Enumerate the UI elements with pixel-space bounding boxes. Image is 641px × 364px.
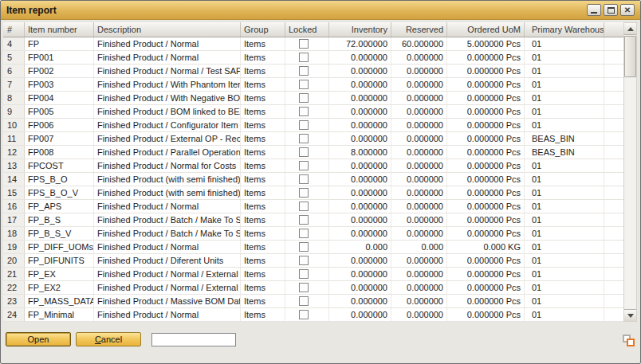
locked-checkbox[interactable]: [299, 215, 309, 225]
cell-row-number[interactable]: 13: [3, 159, 25, 172]
locked-checkbox[interactable]: [299, 296, 309, 306]
cell-reserved[interactable]: 0.000000: [391, 159, 447, 172]
table-row[interactable]: 16 FP_APS Finished Product / Normal Item…: [3, 200, 623, 213]
cell-warehouse[interactable]: 01: [525, 227, 604, 240]
cell-warehouse[interactable]: 01: [525, 37, 604, 50]
cell-inventory[interactable]: 0.000000: [329, 213, 391, 226]
cell-item-number[interactable]: FPS_B_O: [25, 173, 94, 186]
cell-description[interactable]: Finished Product / Configurator Item: [94, 119, 241, 131]
cell-item-number[interactable]: FP008: [25, 146, 94, 159]
table-row[interactable]: 11 FP007 Finished Product / External OP …: [3, 132, 623, 146]
table-row[interactable]: 24 FP_Minimal Finished Product / Normal …: [3, 308, 623, 322]
cell-ordered-uom[interactable]: 5.000000 Pcs: [447, 37, 525, 50]
cell-description[interactable]: Finished Product / With Phantom Item: [94, 78, 241, 91]
table-row[interactable]: 15 FPS_B_O_V Finished Product (with semi…: [3, 186, 623, 200]
cell-warehouse[interactable]: BEAS_BIN: [525, 132, 604, 145]
cell-item-number[interactable]: FP_APS: [25, 200, 94, 213]
table-row[interactable]: 4 FP Finished Product / Normal Items 72.…: [3, 37, 623, 51]
col-header-primary-warehouse[interactable]: Primary Warehouse: [525, 22, 604, 37]
table-row[interactable]: 18 FP_B_S_V Finished Product / Batch / M…: [3, 227, 623, 241]
cell-reserved[interactable]: 0.000000: [391, 173, 447, 186]
table-row[interactable]: 13 FPCOST Finished Product / Normal for …: [3, 159, 623, 173]
cell-reserved[interactable]: 0.000000: [391, 132, 447, 145]
locked-checkbox[interactable]: [299, 269, 309, 279]
cell-warehouse[interactable]: 01: [525, 281, 604, 294]
locked-checkbox[interactable]: [299, 39, 309, 49]
cell-inventory[interactable]: 0.000000: [329, 186, 391, 199]
table-row[interactable]: 6 FP002 Finished Product / Normal / Test…: [3, 65, 623, 78]
cell-reserved[interactable]: 0.000000: [391, 119, 447, 131]
cell-row-number[interactable]: 24: [3, 308, 25, 321]
cell-item-number[interactable]: FP006: [25, 119, 94, 131]
cell-warehouse[interactable]: 01: [525, 51, 604, 64]
cell-row-number[interactable]: 17: [3, 213, 25, 226]
cell-row-number[interactable]: 5: [3, 51, 25, 64]
table-row[interactable]: 9 FP005 Finished Product / BOM linked to…: [3, 105, 623, 119]
locked-checkbox[interactable]: [299, 53, 309, 62]
cell-group[interactable]: Items: [241, 213, 285, 226]
cell-inventory[interactable]: 0.000000: [329, 200, 391, 213]
cell-row-number[interactable]: 22: [3, 281, 25, 294]
cell-description[interactable]: Finished Product / Normal: [94, 200, 241, 213]
cell-description[interactable]: Finished Product / With Negative BOM: [94, 92, 241, 104]
col-header-description[interactable]: Description: [94, 22, 241, 37]
cell-row-number[interactable]: 6: [3, 65, 25, 77]
cell-ordered-uom[interactable]: 0.000000 Pcs: [447, 105, 525, 118]
scroll-thumb[interactable]: [624, 36, 636, 77]
cell-inventory[interactable]: 0.000: [329, 241, 391, 253]
cell-ordered-uom[interactable]: 0.000000 Pcs: [447, 78, 525, 91]
cell-row-number[interactable]: 12: [3, 146, 25, 159]
cell-item-number[interactable]: FP_DIFUNITS: [25, 254, 94, 267]
table-row[interactable]: 22 FP_EX2 Finished Product / Normal / Ex…: [3, 281, 623, 295]
locked-checkbox[interactable]: [299, 229, 309, 238]
locked-checkbox[interactable]: [299, 202, 309, 211]
cell-ordered-uom[interactable]: 0.000000 Pcs: [447, 268, 525, 280]
cell-inventory[interactable]: 0.000000: [329, 173, 391, 186]
cell-group[interactable]: Items: [241, 200, 285, 213]
cell-description[interactable]: Finished Product / Normal: [94, 241, 241, 253]
cell-description[interactable]: Finished Product / Normal / External OP: [94, 281, 241, 294]
cell-group[interactable]: Items: [241, 227, 285, 240]
cell-warehouse[interactable]: 01: [525, 241, 604, 253]
cell-inventory[interactable]: 0.000000: [329, 159, 391, 172]
open-button[interactable]: Open: [6, 332, 71, 346]
close-button[interactable]: ✕: [620, 4, 635, 16]
cell-ordered-uom[interactable]: 0.000000 Pcs: [447, 119, 525, 131]
cell-warehouse[interactable]: 01: [525, 254, 604, 267]
cell-row-number[interactable]: 9: [3, 105, 25, 118]
cell-reserved[interactable]: 0.000000: [391, 295, 447, 307]
minimize-button[interactable]: [587, 4, 601, 16]
table-row[interactable]: 5 FP001 Finished Product / Normal Items …: [3, 51, 623, 65]
cell-description[interactable]: Finished Product (with semi finished) /: [94, 173, 241, 186]
cell-description[interactable]: Finished Product / Normal: [94, 37, 241, 50]
table-row[interactable]: 21 FP_EX Finished Product / Normal / Ext…: [3, 268, 623, 281]
cell-row-number[interactable]: 16: [3, 200, 25, 213]
cell-ordered-uom[interactable]: 0.000000 Pcs: [447, 308, 525, 321]
cell-ordered-uom[interactable]: 0.000000 Pcs: [447, 146, 525, 159]
cell-warehouse[interactable]: 01: [525, 213, 604, 226]
locked-checkbox[interactable]: [299, 242, 309, 252]
col-header-row-number[interactable]: #: [3, 22, 25, 37]
cell-inventory[interactable]: 0.000000: [329, 254, 391, 267]
locked-checkbox[interactable]: [299, 188, 309, 198]
cell-warehouse[interactable]: 01: [525, 268, 604, 280]
scroll-track[interactable]: [624, 36, 636, 308]
cell-inventory[interactable]: 72.000000: [329, 37, 391, 50]
col-header-inventory[interactable]: Inventory: [329, 22, 391, 37]
cell-description[interactable]: Finished Product / Parallel Operations: [94, 146, 241, 159]
cell-description[interactable]: Finished Product / Batch / Make To Stock: [94, 213, 241, 226]
cell-ordered-uom[interactable]: 0.000000 Pcs: [447, 200, 525, 213]
cell-group[interactable]: Items: [241, 119, 285, 131]
cell-warehouse[interactable]: 01: [525, 78, 604, 91]
cell-ordered-uom[interactable]: 0.000000 Pcs: [447, 65, 525, 77]
cell-item-number[interactable]: FP002: [25, 65, 94, 77]
cell-inventory[interactable]: 0.000000: [329, 268, 391, 280]
cell-group[interactable]: Items: [241, 281, 285, 294]
scroll-down-button[interactable]: [624, 309, 636, 321]
locked-checkbox[interactable]: [299, 66, 309, 76]
cell-item-number[interactable]: FP: [25, 37, 94, 50]
cell-description[interactable]: Finished Product / BOM linked to BEAS: [94, 105, 241, 118]
cell-reserved[interactable]: 0.000000: [391, 227, 447, 240]
locked-checkbox[interactable]: [299, 120, 309, 130]
cell-row-number[interactable]: 18: [3, 227, 25, 240]
